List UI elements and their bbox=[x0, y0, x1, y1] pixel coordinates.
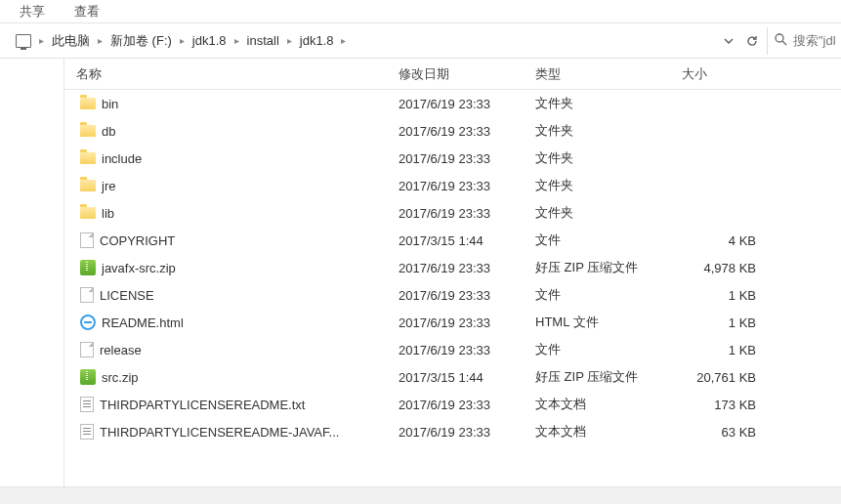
svg-line-1 bbox=[782, 41, 786, 45]
file-date: 2017/3/15 1:44 bbox=[399, 233, 535, 248]
nav-pane[interactable] bbox=[0, 59, 64, 486]
list-item[interactable]: lib2017/6/19 23:33文件夹 bbox=[64, 199, 841, 227]
list-item[interactable]: db2017/6/19 23:33文件夹 bbox=[64, 117, 841, 145]
file-size: 20,761 KB bbox=[682, 370, 770, 385]
list-item[interactable]: src.zip2017/3/15 1:44好压 ZIP 压缩文件20,761 K… bbox=[64, 363, 841, 391]
file-date: 2017/6/19 23:33 bbox=[399, 206, 535, 221]
file-type: 文本文档 bbox=[535, 423, 682, 441]
file-size: 1 KB bbox=[682, 315, 770, 330]
list-item[interactable]: jre2017/6/19 23:33文件夹 bbox=[64, 172, 841, 199]
chevron-right-icon[interactable]: ▸ bbox=[339, 35, 348, 46]
chevron-right-icon[interactable]: ▸ bbox=[37, 35, 46, 46]
file-date: 2017/6/19 23:33 bbox=[399, 425, 535, 440]
file-icon bbox=[80, 232, 94, 248]
search-icon bbox=[774, 32, 787, 49]
file-type: HTML 文件 bbox=[535, 314, 682, 331]
list-item[interactable]: include2017/6/19 23:33文件夹 bbox=[64, 145, 841, 172]
file-size: 4 KB bbox=[682, 233, 770, 248]
chevron-right-icon[interactable]: ▸ bbox=[178, 35, 187, 46]
crumb-pc[interactable] bbox=[10, 23, 37, 58]
horizontal-scrollbar[interactable] bbox=[0, 486, 841, 504]
file-date: 2017/3/15 1:44 bbox=[399, 370, 535, 385]
file-size: 1 KB bbox=[682, 343, 770, 357]
file-icon bbox=[80, 287, 94, 303]
file-name: jre bbox=[102, 179, 115, 193]
file-type: 文件夹 bbox=[535, 177, 682, 194]
crumb-0[interactable]: 此电脑 bbox=[46, 23, 96, 58]
file-name: THIRDPARTYLICENSEREADME.txt bbox=[100, 398, 305, 412]
address-bar: ▸ 此电脑 ▸ 新加卷 (F:) ▸ jdk1.8 ▸ install ▸ jd… bbox=[0, 23, 841, 59]
crumb-4[interactable]: jdk1.8 bbox=[294, 23, 340, 58]
file-size: 173 KB bbox=[682, 398, 770, 412]
folder-icon bbox=[80, 152, 96, 164]
list-item[interactable]: THIRDPARTYLICENSEREADME.txt2017/6/19 23:… bbox=[64, 391, 841, 418]
file-type: 好压 ZIP 压缩文件 bbox=[535, 368, 682, 386]
list-item[interactable]: README.html2017/6/19 23:33HTML 文件1 KB bbox=[64, 309, 841, 336]
file-size: 1 KB bbox=[682, 288, 770, 303]
search-input[interactable] bbox=[793, 33, 835, 48]
file-size: 63 KB bbox=[682, 425, 770, 440]
tab-share[interactable]: 共享 bbox=[20, 3, 45, 21]
chevron-right-icon[interactable]: ▸ bbox=[96, 35, 105, 46]
folder-icon bbox=[80, 207, 96, 219]
list-item[interactable]: bin2017/6/19 23:33文件夹 bbox=[64, 90, 841, 117]
html-icon bbox=[80, 315, 96, 330]
file-date: 2017/6/19 23:33 bbox=[399, 97, 535, 111]
ribbon-tabs: 共享 查看 bbox=[0, 0, 841, 23]
file-date: 2017/6/19 23:33 bbox=[399, 124, 535, 139]
col-header-size[interactable]: 大小 bbox=[682, 65, 770, 83]
crumb-2[interactable]: jdk1.8 bbox=[187, 23, 232, 58]
crumb-3[interactable]: install bbox=[241, 23, 285, 58]
file-icon bbox=[80, 342, 94, 357]
list-item[interactable]: javafx-src.zip2017/6/19 23:33好压 ZIP 压缩文件… bbox=[64, 254, 841, 281]
folder-icon bbox=[80, 125, 96, 137]
file-size: 4,978 KB bbox=[682, 261, 770, 275]
txt-icon bbox=[80, 424, 94, 440]
file-name: bin bbox=[102, 97, 118, 111]
zip-icon bbox=[80, 369, 96, 385]
file-name: src.zip bbox=[102, 370, 139, 385]
breadcrumb[interactable]: ▸ 此电脑 ▸ 新加卷 (F:) ▸ jdk1.8 ▸ install ▸ jd… bbox=[4, 23, 718, 58]
file-date: 2017/6/19 23:33 bbox=[399, 151, 535, 166]
chevron-right-icon[interactable]: ▸ bbox=[232, 35, 241, 46]
file-date: 2017/6/19 23:33 bbox=[399, 261, 535, 275]
crumb-1[interactable]: 新加卷 (F:) bbox=[105, 23, 178, 58]
file-type: 文本文档 bbox=[535, 396, 682, 413]
file-type: 好压 ZIP 压缩文件 bbox=[535, 259, 682, 276]
file-type: 文件夹 bbox=[535, 95, 682, 112]
folder-icon bbox=[80, 98, 96, 109]
file-name: COPYRIGHT bbox=[100, 233, 175, 248]
txt-icon bbox=[80, 397, 94, 412]
list-item[interactable]: THIRDPARTYLICENSEREADME-JAVAF...2017/6/1… bbox=[64, 418, 841, 445]
list-item[interactable]: LICENSE2017/6/19 23:33文件1 KB bbox=[64, 281, 841, 309]
svg-point-0 bbox=[776, 34, 783, 42]
chevron-right-icon[interactable]: ▸ bbox=[285, 35, 294, 46]
list-item[interactable]: release2017/6/19 23:33文件1 KB bbox=[64, 336, 841, 363]
file-name: README.html bbox=[102, 315, 184, 330]
dropdown-history-icon[interactable] bbox=[718, 30, 739, 52]
file-name: db bbox=[102, 124, 115, 139]
col-header-name[interactable]: 名称 bbox=[76, 65, 399, 83]
file-name: include bbox=[102, 151, 142, 166]
col-header-date[interactable]: 修改日期 bbox=[399, 65, 535, 83]
tab-view[interactable]: 查看 bbox=[74, 3, 100, 21]
file-date: 2017/6/19 23:33 bbox=[399, 179, 535, 193]
col-header-type[interactable]: 类型 bbox=[535, 65, 682, 83]
file-type: 文件 bbox=[535, 341, 682, 358]
file-name: LICENSE bbox=[100, 288, 154, 303]
file-list: 名称 修改日期 类型 大小 bin2017/6/19 23:33文件夹db201… bbox=[64, 59, 841, 486]
file-date: 2017/6/19 23:33 bbox=[399, 398, 535, 412]
list-item[interactable]: COPYRIGHT2017/3/15 1:44文件4 KB bbox=[64, 227, 841, 254]
file-name: javafx-src.zip bbox=[102, 261, 176, 275]
search-box[interactable] bbox=[767, 27, 841, 55]
address-controls bbox=[718, 30, 767, 52]
file-type: 文件 bbox=[535, 286, 682, 304]
column-headers: 名称 修改日期 类型 大小 bbox=[64, 59, 841, 90]
refresh-icon[interactable] bbox=[741, 30, 763, 52]
zip-icon bbox=[80, 260, 96, 275]
file-name: release bbox=[100, 343, 142, 357]
file-date: 2017/6/19 23:33 bbox=[399, 343, 535, 357]
file-type: 文件 bbox=[535, 231, 682, 249]
file-type: 文件夹 bbox=[535, 122, 682, 140]
file-type: 文件夹 bbox=[535, 149, 682, 167]
